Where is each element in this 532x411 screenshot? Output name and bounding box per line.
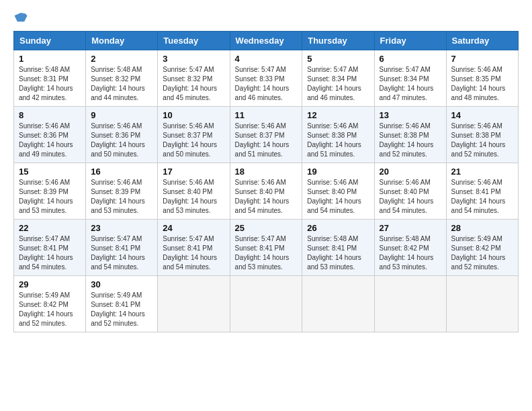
day-number: 9 (91, 110, 152, 120)
calendar-week-row: 1Sunrise: 5:48 AMSunset: 8:31 PMDaylight… (14, 50, 519, 107)
cell-content: Sunrise: 5:48 AMSunset: 8:42 PMDaylight:… (380, 235, 434, 271)
calendar-cell: 17Sunrise: 5:46 AMSunset: 8:40 PMDayligh… (158, 163, 230, 220)
cell-content: Sunrise: 5:46 AMSunset: 8:40 PMDaylight:… (163, 179, 217, 214)
calendar-cell: 20Sunrise: 5:46 AMSunset: 8:40 PMDayligh… (374, 163, 446, 220)
cell-content: Sunrise: 5:49 AMSunset: 8:42 PMDaylight:… (451, 235, 506, 271)
calendar-cell: 22Sunrise: 5:47 AMSunset: 8:41 PMDayligh… (14, 220, 86, 276)
day-number: 3 (163, 54, 224, 64)
weekday-header-friday: Friday (374, 32, 446, 50)
cell-content: Sunrise: 5:47 AMSunset: 8:41 PMDaylight:… (91, 235, 145, 271)
calendar-cell (302, 276, 374, 332)
calendar-cell: 29Sunrise: 5:49 AMSunset: 8:42 PMDayligh… (14, 276, 86, 332)
calendar-cell: 13Sunrise: 5:46 AMSunset: 8:38 PMDayligh… (374, 107, 446, 163)
cell-content: Sunrise: 5:48 AMSunset: 8:41 PMDaylight:… (307, 235, 361, 271)
day-number: 13 (380, 110, 441, 120)
day-number: 20 (380, 167, 441, 177)
day-number: 29 (19, 279, 81, 289)
weekday-header-sunday: Sunday (14, 32, 86, 50)
calendar-cell: 4Sunrise: 5:47 AMSunset: 8:33 PMDaylight… (230, 50, 302, 107)
cell-content: Sunrise: 5:46 AMSunset: 8:40 PMDaylight:… (380, 179, 434, 214)
cell-content: Sunrise: 5:46 AMSunset: 8:37 PMDaylight:… (235, 122, 290, 158)
day-number: 26 (307, 223, 369, 233)
day-number: 5 (307, 54, 369, 64)
day-number: 12 (307, 110, 369, 120)
calendar-cell: 18Sunrise: 5:46 AMSunset: 8:40 PMDayligh… (230, 163, 302, 220)
day-number: 27 (380, 223, 441, 233)
weekday-header-monday: Monday (86, 32, 158, 50)
cell-content: Sunrise: 5:46 AMSunset: 8:40 PMDaylight:… (235, 179, 290, 214)
day-number: 11 (235, 110, 298, 120)
calendar-cell: 8Sunrise: 5:46 AMSunset: 8:36 PMDaylight… (14, 107, 86, 163)
calendar-cell (230, 276, 302, 332)
calendar-week-row: 15Sunrise: 5:46 AMSunset: 8:39 PMDayligh… (14, 163, 519, 220)
calendar-cell: 2Sunrise: 5:48 AMSunset: 8:32 PMDaylight… (86, 50, 158, 107)
calendar-cell: 6Sunrise: 5:47 AMSunset: 8:34 PMDaylight… (374, 50, 446, 107)
calendar-cell: 23Sunrise: 5:47 AMSunset: 8:41 PMDayligh… (86, 220, 158, 276)
calendar-cell: 9Sunrise: 5:46 AMSunset: 8:36 PMDaylight… (86, 107, 158, 163)
day-number: 22 (19, 223, 81, 233)
cell-content: Sunrise: 5:49 AMSunset: 8:42 PMDaylight:… (19, 291, 73, 327)
weekday-header-tuesday: Tuesday (158, 32, 230, 50)
cell-content: Sunrise: 5:47 AMSunset: 8:33 PMDaylight:… (235, 66, 290, 101)
weekday-header-wednesday: Wednesday (230, 32, 302, 50)
day-number: 10 (163, 110, 224, 120)
cell-content: Sunrise: 5:46 AMSunset: 8:38 PMDaylight:… (380, 122, 434, 158)
calendar-cell: 10Sunrise: 5:46 AMSunset: 8:37 PMDayligh… (158, 107, 230, 163)
cell-content: Sunrise: 5:47 AMSunset: 8:41 PMDaylight:… (19, 235, 73, 271)
calendar-table: SundayMondayTuesdayWednesdayThursdayFrid… (13, 31, 519, 332)
calendar-cell: 5Sunrise: 5:47 AMSunset: 8:34 PMDaylight… (302, 50, 374, 107)
calendar-week-row: 29Sunrise: 5:49 AMSunset: 8:42 PMDayligh… (14, 276, 519, 332)
cell-content: Sunrise: 5:46 AMSunset: 8:38 PMDaylight:… (451, 122, 506, 158)
calendar-cell: 21Sunrise: 5:46 AMSunset: 8:41 PMDayligh… (446, 163, 518, 220)
calendar-cell (158, 276, 230, 332)
cell-content: Sunrise: 5:46 AMSunset: 8:39 PMDaylight:… (19, 179, 73, 214)
day-number: 25 (235, 223, 298, 233)
calendar-cell: 3Sunrise: 5:47 AMSunset: 8:32 PMDaylight… (158, 50, 230, 107)
page-header (13, 11, 519, 26)
day-number: 16 (91, 167, 152, 177)
cell-content: Sunrise: 5:48 AMSunset: 8:31 PMDaylight:… (19, 66, 73, 101)
weekday-header-saturday: Saturday (446, 32, 518, 50)
cell-content: Sunrise: 5:47 AMSunset: 8:34 PMDaylight:… (380, 66, 434, 101)
day-number: 18 (235, 167, 298, 177)
calendar-cell: 16Sunrise: 5:46 AMSunset: 8:39 PMDayligh… (86, 163, 158, 220)
day-number: 15 (19, 167, 81, 177)
calendar-cell: 25Sunrise: 5:47 AMSunset: 8:41 PMDayligh… (230, 220, 302, 276)
day-number: 30 (91, 279, 152, 289)
cell-content: Sunrise: 5:49 AMSunset: 8:41 PMDaylight:… (91, 291, 145, 327)
cell-content: Sunrise: 5:46 AMSunset: 8:36 PMDaylight:… (19, 122, 73, 158)
calendar-cell: 26Sunrise: 5:48 AMSunset: 8:41 PMDayligh… (302, 220, 374, 276)
day-number: 6 (380, 54, 441, 64)
calendar-cell: 14Sunrise: 5:46 AMSunset: 8:38 PMDayligh… (446, 107, 518, 163)
calendar-cell: 28Sunrise: 5:49 AMSunset: 8:42 PMDayligh… (446, 220, 518, 276)
calendar-cell (446, 276, 518, 332)
calendar-cell: 19Sunrise: 5:46 AMSunset: 8:40 PMDayligh… (302, 163, 374, 220)
cell-content: Sunrise: 5:48 AMSunset: 8:32 PMDaylight:… (91, 66, 145, 101)
day-number: 21 (451, 167, 513, 177)
cell-content: Sunrise: 5:46 AMSunset: 8:37 PMDaylight:… (163, 122, 217, 158)
day-number: 8 (19, 110, 81, 120)
cell-content: Sunrise: 5:46 AMSunset: 8:38 PMDaylight:… (307, 122, 361, 158)
calendar-cell (374, 276, 446, 332)
day-number: 1 (19, 54, 81, 64)
cell-content: Sunrise: 5:46 AMSunset: 8:39 PMDaylight:… (91, 179, 145, 214)
calendar-week-row: 8Sunrise: 5:46 AMSunset: 8:36 PMDaylight… (14, 107, 519, 163)
day-number: 4 (235, 54, 298, 64)
day-number: 14 (451, 110, 513, 120)
calendar-cell: 1Sunrise: 5:48 AMSunset: 8:31 PMDaylight… (14, 50, 86, 107)
cell-content: Sunrise: 5:47 AMSunset: 8:34 PMDaylight:… (307, 66, 361, 101)
day-number: 24 (163, 223, 224, 233)
day-number: 7 (451, 54, 513, 64)
logo (13, 11, 31, 26)
cell-content: Sunrise: 5:46 AMSunset: 8:40 PMDaylight:… (307, 179, 361, 214)
cell-content: Sunrise: 5:46 AMSunset: 8:36 PMDaylight:… (91, 122, 145, 158)
day-number: 23 (91, 223, 152, 233)
calendar-cell: 27Sunrise: 5:48 AMSunset: 8:42 PMDayligh… (374, 220, 446, 276)
calendar-cell: 7Sunrise: 5:46 AMSunset: 8:35 PMDaylight… (446, 50, 518, 107)
cell-content: Sunrise: 5:46 AMSunset: 8:41 PMDaylight:… (451, 179, 506, 214)
day-number: 19 (307, 167, 369, 177)
cell-content: Sunrise: 5:47 AMSunset: 8:41 PMDaylight:… (235, 235, 290, 271)
calendar-cell: 11Sunrise: 5:46 AMSunset: 8:37 PMDayligh… (230, 107, 302, 163)
day-number: 28 (451, 223, 513, 233)
calendar-cell: 30Sunrise: 5:49 AMSunset: 8:41 PMDayligh… (86, 276, 158, 332)
